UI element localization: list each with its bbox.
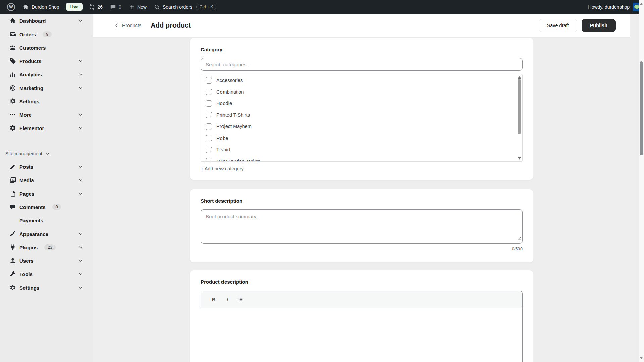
category-search-input[interactable] — [201, 58, 523, 71]
scroll-up-arrow-icon[interactable] — [518, 76, 521, 79]
new-content-link[interactable]: New — [125, 0, 150, 14]
listbox-scrollbar-thumb[interactable] — [518, 79, 521, 134]
category-checkbox[interactable] — [206, 123, 212, 130]
sidebar-item-dashboard[interactable]: Dashboard — [0, 14, 93, 28]
rich-text-editor: B I — [201, 291, 523, 362]
short-description-card: Short description 0/500 — [190, 189, 534, 263]
plus-icon — [129, 4, 135, 10]
sidebar-item-label: Dashboard — [19, 18, 46, 24]
short-description-textarea[interactable] — [201, 209, 523, 244]
sidebar-item-settings[interactable]: Settings — [0, 281, 93, 294]
scrollbar-down-arrow-icon[interactable] — [640, 357, 643, 359]
site-management-toggle[interactable]: Site management — [0, 151, 93, 156]
chevron-left-icon — [114, 23, 119, 28]
category-option[interactable]: Tyler Durden Jacket — [201, 156, 522, 162]
sidebar-item-more[interactable]: More — [0, 108, 93, 121]
category-checkbox[interactable] — [206, 158, 212, 162]
category-checkbox[interactable] — [206, 112, 212, 118]
editor-content-area[interactable] — [201, 308, 522, 362]
category-listbox: AccessoriesCombinationHoodiePrinted T-Sh… — [201, 74, 523, 162]
italic-button[interactable]: I — [223, 295, 232, 305]
marketing-icon — [9, 85, 16, 91]
scrollbar-up-arrow-icon[interactable] — [640, 3, 643, 5]
page-title: Add product — [151, 21, 191, 29]
category-option[interactable]: Project Mayhem — [201, 121, 522, 133]
save-draft-button[interactable]: Save draft — [539, 19, 577, 32]
add-new-category-link[interactable]: + Add new category — [201, 166, 244, 171]
bold-button[interactable]: B — [209, 295, 218, 305]
breadcrumb-label: Products — [122, 23, 141, 28]
bullet-list-icon — [238, 296, 243, 303]
category-option[interactable]: T-shirt — [201, 144, 522, 156]
updates-icon — [89, 4, 95, 10]
category-checkbox[interactable] — [206, 77, 212, 84]
category-checkbox[interactable] — [206, 147, 212, 153]
chevron-down-icon — [78, 164, 83, 169]
page-scrollbar-thumb[interactable] — [640, 61, 643, 155]
sidebar-item-appearance[interactable]: Appearance — [0, 227, 93, 241]
category-option[interactable]: Printed T-Shirts — [201, 109, 522, 121]
sidebar-item-label: Media — [19, 177, 34, 183]
sidebar-item-label: Products — [19, 58, 41, 64]
sidebar-item-customers[interactable]: Customers — [0, 41, 93, 54]
publish-button[interactable]: Publish — [582, 19, 616, 32]
sidebar-item-label: Comments — [19, 204, 46, 210]
products-icon — [9, 58, 16, 64]
sidebar-item-label: Payments — [19, 218, 43, 223]
sidebar-item-label: Marketing — [19, 85, 43, 91]
sidebar-item-elementor[interactable]: Elementor — [0, 121, 93, 135]
editor-toolbar: B I — [201, 291, 522, 308]
category-checkbox[interactable] — [206, 135, 212, 141]
sidebar-item-plugins[interactable]: Plugins23 — [0, 241, 93, 254]
site-name-link[interactable]: Durden Shop — [19, 0, 63, 14]
my-account-link[interactable]: Howdy, durdenshop — [588, 3, 641, 11]
sidebar-item-label: Posts — [19, 164, 33, 170]
category-label: Robe — [216, 136, 228, 141]
tools-icon — [9, 271, 16, 277]
sidebar-item-label: Appearance — [19, 231, 48, 237]
posts-icon — [9, 163, 16, 170]
wordpress-menu[interactable]: W — [3, 0, 19, 14]
page-scrollbar[interactable] — [639, 0, 644, 362]
analytics-icon — [9, 71, 16, 78]
category-card-title: Category — [201, 47, 523, 53]
count-badge: 23 — [44, 244, 56, 250]
sidebar-item-pages[interactable]: Pages — [0, 187, 93, 200]
sidebar-item-analytics[interactable]: Analytics — [0, 68, 93, 81]
chevron-down-icon — [78, 126, 83, 131]
sidebar-item-media[interactable]: Media — [0, 173, 93, 187]
sidebar-item-label: Analytics — [19, 72, 42, 77]
sidebar-item-label: Users — [19, 258, 34, 264]
chevron-down-icon — [78, 272, 83, 276]
bullet-list-button[interactable] — [236, 295, 245, 305]
search-orders[interactable]: Search orders Ctrl + K — [150, 0, 220, 14]
sidebar-item-products[interactable]: Products — [0, 54, 93, 68]
settings-icon — [9, 98, 16, 105]
main-content: Products Add product Save draft Publish … — [93, 14, 639, 362]
chevron-down-icon — [78, 285, 83, 290]
chevron-down-icon — [78, 86, 83, 90]
sidebar-item-posts[interactable]: Posts — [0, 160, 93, 173]
comments-link[interactable]: 0 — [106, 0, 125, 14]
category-option[interactable]: Robe — [201, 133, 522, 144]
sidebar-item-orders[interactable]: Orders9 — [0, 28, 93, 41]
sidebar-item-marketing[interactable]: Marketing — [0, 81, 93, 95]
sidebar-item-comments[interactable]: Comments0 — [0, 200, 93, 214]
sidebar-item-payments[interactable]: Payments — [0, 214, 93, 227]
scroll-down-arrow-icon[interactable] — [518, 157, 521, 160]
sidebar-item-tools[interactable]: Tools — [0, 267, 93, 281]
category-checkbox[interactable] — [206, 100, 212, 107]
sidebar-item-settings[interactable]: Settings — [0, 95, 93, 108]
more-icon — [9, 111, 16, 118]
resize-handle-icon[interactable] — [517, 236, 521, 242]
listbox-scrollbar[interactable] — [517, 74, 522, 161]
category-option[interactable]: Accessories — [201, 74, 522, 86]
category-option[interactable]: Hoodie — [201, 98, 522, 109]
back-to-products-link[interactable]: Products — [114, 23, 141, 28]
sidebar-item-users[interactable]: Users — [0, 254, 93, 267]
category-checkbox[interactable] — [206, 89, 212, 95]
updates-link[interactable]: 26 — [85, 0, 107, 14]
sidebar-item-label: Plugins — [19, 245, 38, 250]
plugins-icon — [9, 244, 16, 251]
category-option[interactable]: Combination — [201, 86, 522, 98]
